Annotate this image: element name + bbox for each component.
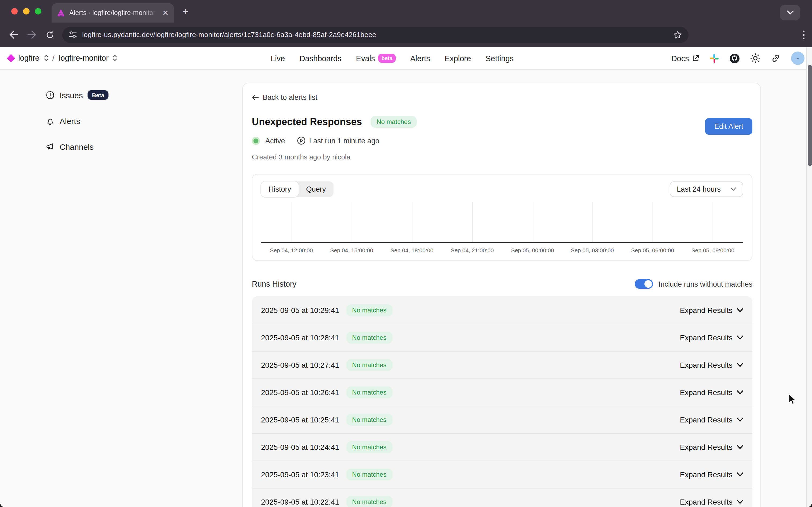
run-timestamp: 2025-09-05 at 10:26:41 [261, 388, 339, 397]
site-settings-icon[interactable] [69, 32, 77, 38]
run-match-badge: No matches [346, 441, 392, 453]
megaphone-icon [46, 142, 55, 151]
browser-toolbar: logfire-us.pydantic.dev/logfire/logfire-… [0, 22, 812, 47]
theme-sun-icon[interactable] [750, 53, 760, 63]
reload-button[interactable] [41, 26, 59, 44]
header-actions: Docs [671, 47, 805, 69]
run-timestamp: 2025-09-05 at 10:29:41 [261, 306, 339, 314]
tab-query[interactable]: Query [299, 181, 333, 197]
org-selector[interactable]: logfire [18, 54, 40, 62]
run-row[interactable]: 2025-09-05 at 10:27:41 No matches Expand… [252, 351, 752, 379]
forward-button[interactable] [22, 26, 41, 44]
tab-search-button[interactable] [780, 5, 800, 20]
browser-tabstrip: Alerts · logfire/logfire-monitor ✕ + [0, 0, 812, 22]
alert-title-row: Unexpected Responses No matches [252, 116, 752, 128]
chevron-down-icon [737, 363, 743, 367]
breadcrumb-separator: / [52, 54, 55, 62]
issues-beta-badge: Beta [88, 91, 109, 100]
chevron-down-icon [737, 336, 743, 340]
tab-close-icon[interactable]: ✕ [162, 9, 169, 17]
breadcrumb: logfire / logfire-monitor [0, 54, 117, 62]
expand-results-button[interactable]: Expand Results [680, 498, 743, 506]
run-row[interactable]: 2025-09-05 at 10:25:41 No matches Expand… [252, 406, 752, 433]
include-runs-toggle-group: Include runs without matches [635, 279, 752, 289]
nav-alerts[interactable]: Alerts [410, 54, 430, 62]
include-runs-toggle-label: Include runs without matches [658, 280, 752, 288]
sidebar-item-label: Channels [60, 142, 94, 151]
edit-alert-button[interactable]: Edit Alert [705, 118, 752, 135]
github-icon[interactable] [729, 53, 740, 64]
sidebar-item-alerts[interactable]: Alerts [0, 114, 242, 127]
slack-icon[interactable] [709, 53, 719, 63]
zoom-window-button[interactable] [35, 8, 41, 14]
run-match-badge: No matches [346, 469, 392, 481]
close-window-button[interactable] [11, 8, 18, 14]
chevron-down-icon [737, 417, 743, 422]
chevron-down-icon [737, 500, 743, 504]
back-to-alerts-link[interactable]: Back to alerts list [252, 94, 752, 102]
expand-results-button[interactable]: Expand Results [680, 306, 743, 314]
browser-tab[interactable]: Alerts · logfire/logfire-monitor ✕ [52, 3, 174, 22]
time-range-select[interactable]: Last 24 hours [670, 181, 743, 197]
run-row[interactable]: 2025-09-05 at 10:24:41 No matches Expand… [252, 433, 752, 461]
x-tick: Sep 05, 06:00:00 [631, 247, 674, 253]
project-selector[interactable]: logfire-monitor [59, 54, 108, 62]
run-row[interactable]: 2025-09-05 at 10:26:41 No matches Expand… [252, 379, 752, 406]
share-link-icon[interactable] [771, 53, 781, 63]
logfire-favicon [57, 9, 65, 17]
active-status-dot [252, 136, 260, 145]
back-button[interactable] [4, 26, 22, 44]
run-timestamp: 2025-09-05 at 10:24:41 [261, 443, 339, 451]
play-circle-icon [297, 136, 306, 145]
url-text[interactable]: logfire-us.pydantic.dev/logfire/logfire-… [82, 31, 668, 39]
expand-results-button[interactable]: Expand Results [680, 388, 743, 397]
x-tick: Sep 04, 15:00:00 [330, 247, 373, 253]
run-row[interactable]: 2025-09-05 at 10:23:41 No matches Expand… [252, 461, 752, 488]
x-tick: Sep 04, 12:00:00 [270, 247, 313, 253]
nav-live[interactable]: Live [271, 54, 285, 62]
chevron-down-icon [737, 390, 743, 395]
run-row[interactable]: 2025-09-05 at 10:29:41 No matches Expand… [252, 296, 752, 324]
app-header: logfire / logfire-monitor Live Dashboard… [0, 47, 812, 69]
tab-history[interactable]: History [261, 181, 299, 197]
user-avatar[interactable]: - [791, 52, 805, 65]
nav-explore[interactable]: Explore [445, 54, 471, 62]
scrollbar-thumb[interactable] [807, 65, 812, 166]
expand-results-button[interactable]: Expand Results [680, 333, 743, 342]
runs-list: 2025-09-05 at 10:29:41 No matches Expand… [252, 296, 752, 507]
nav-evals[interactable]: Evalsbeta [356, 54, 396, 63]
sidebar-item-issues[interactable]: Issues Beta [0, 89, 242, 102]
nav-settings[interactable]: Settings [485, 54, 514, 62]
include-runs-toggle[interactable] [635, 279, 653, 289]
run-match-badge: No matches [346, 304, 392, 316]
expand-results-button[interactable]: Expand Results [680, 443, 743, 451]
expand-results-button[interactable]: Expand Results [680, 415, 743, 424]
page-scrollbar[interactable] [806, 47, 812, 507]
sidebar-item-channels[interactable]: Channels [0, 140, 242, 153]
run-row[interactable]: 2025-09-05 at 10:28:41 No matches Expand… [252, 324, 752, 351]
expand-results-button[interactable]: Expand Results [680, 361, 743, 369]
new-tab-button[interactable]: + [182, 6, 188, 18]
window-controls[interactable] [11, 8, 41, 14]
run-match-badge: No matches [346, 414, 392, 426]
project-selector-chevrons-icon[interactable] [113, 55, 117, 61]
run-timestamp: 2025-09-05 at 10:23:41 [261, 470, 339, 479]
runs-history-title: Runs History [252, 280, 296, 288]
minimize-window-button[interactable] [23, 8, 30, 14]
docs-link[interactable]: Docs [671, 54, 699, 62]
org-selector-chevrons-icon[interactable] [44, 55, 48, 61]
run-timestamp: 2025-09-05 at 10:28:41 [261, 333, 339, 342]
run-match-badge: No matches [346, 359, 392, 371]
alert-title: Unexpected Responses [252, 116, 362, 127]
external-link-icon [692, 55, 699, 62]
history-panel: History Query Last 24 hours [252, 174, 752, 261]
expand-results-button[interactable]: Expand Results [680, 470, 743, 479]
evals-beta-badge: beta [378, 54, 396, 63]
bookmark-star-icon[interactable] [673, 31, 682, 39]
nav-dashboards[interactable]: Dashboards [300, 54, 341, 62]
browser-menu-icon[interactable] [803, 30, 805, 39]
url-bar[interactable]: logfire-us.pydantic.dev/logfire/logfire-… [62, 27, 689, 43]
run-row[interactable]: 2025-09-05 at 10:22:41 No matches Expand… [252, 488, 752, 507]
bell-icon [46, 116, 55, 125]
run-match-badge: No matches [346, 332, 392, 344]
